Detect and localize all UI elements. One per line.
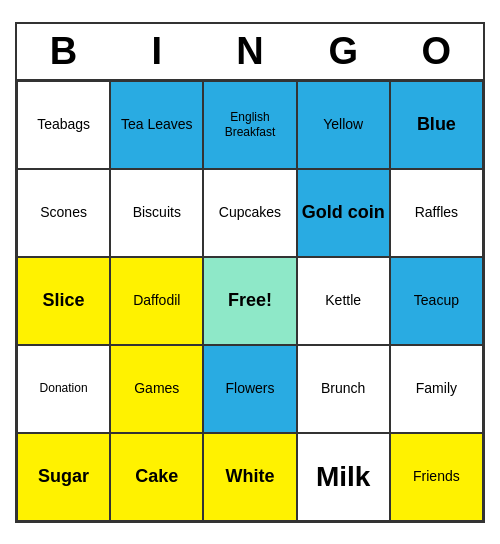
grid-cell: Donation: [17, 345, 110, 433]
grid-cell: Kettle: [297, 257, 390, 345]
grid-cell: Yellow: [297, 81, 390, 169]
grid-cell: Teabags: [17, 81, 110, 169]
grid-cell: Slice: [17, 257, 110, 345]
header-letter: O: [390, 24, 483, 79]
bingo-header: BINGO: [17, 24, 483, 79]
header-letter: G: [297, 24, 390, 79]
grid-cell: Biscuits: [110, 169, 203, 257]
grid-cell: Raffles: [390, 169, 483, 257]
grid-cell: Tea Leaves: [110, 81, 203, 169]
grid-cell: Gold coin: [297, 169, 390, 257]
grid-cell: Milk: [297, 433, 390, 521]
grid-cell: English Breakfast: [203, 81, 296, 169]
grid-cell: Games: [110, 345, 203, 433]
grid-cell: Scones: [17, 169, 110, 257]
grid-cell: White: [203, 433, 296, 521]
grid-cell: Cake: [110, 433, 203, 521]
grid-cell: Daffodil: [110, 257, 203, 345]
grid-cell: Flowers: [203, 345, 296, 433]
grid-cell: Teacup: [390, 257, 483, 345]
grid-cell: Friends: [390, 433, 483, 521]
grid-cell: Family: [390, 345, 483, 433]
bingo-card: BINGO TeabagsTea LeavesEnglish Breakfast…: [15, 22, 485, 523]
grid-cell: Sugar: [17, 433, 110, 521]
grid-cell: Blue: [390, 81, 483, 169]
bingo-grid: TeabagsTea LeavesEnglish BreakfastYellow…: [17, 79, 483, 521]
header-letter: I: [110, 24, 203, 79]
header-letter: B: [17, 24, 110, 79]
grid-cell: Cupcakes: [203, 169, 296, 257]
header-letter: N: [203, 24, 296, 79]
grid-cell: Brunch: [297, 345, 390, 433]
grid-cell: Free!: [203, 257, 296, 345]
